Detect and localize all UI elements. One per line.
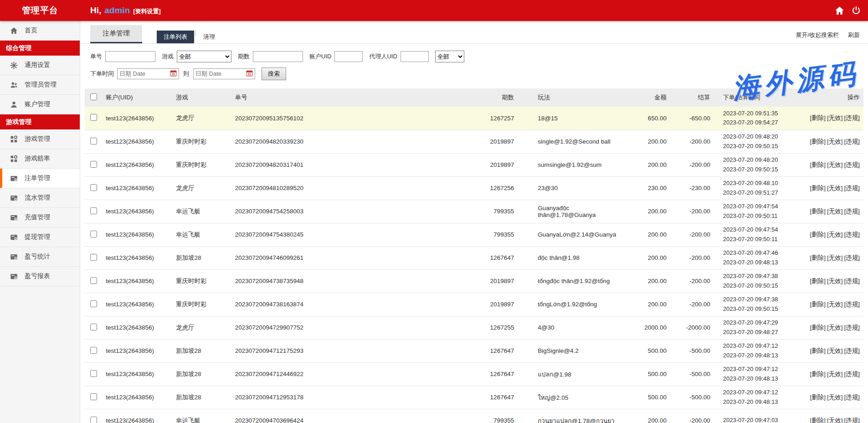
game-select[interactable]: 全部 <box>177 51 231 62</box>
profile-settings-link[interactable]: [资料设置] <box>133 7 161 15</box>
row-checkbox[interactable] <box>90 207 97 214</box>
tab-cleanup[interactable]: 清理 <box>196 31 222 43</box>
row-checkbox[interactable] <box>90 114 97 121</box>
violation-action-link[interactable]: [违规] <box>844 394 860 401</box>
delete-action-link[interactable]: [删除] <box>810 324 826 331</box>
status-select[interactable]: 全部 <box>435 51 464 62</box>
invalid-action-link[interactable]: [无效] <box>827 394 843 401</box>
delete-action-link[interactable]: [删除] <box>810 301 826 308</box>
agent-uid-input[interactable] <box>401 51 429 62</box>
sidebar-item-账户管理[interactable]: 账户管理 <box>0 95 80 114</box>
invalid-action-link[interactable]: [无效] <box>827 114 843 121</box>
date-to-placeholder: 日期 Date <box>195 70 221 78</box>
search-button[interactable]: 搜索 <box>262 67 286 80</box>
invalid-action-link[interactable]: [无效] <box>827 161 843 168</box>
violation-action-link[interactable]: [违规] <box>844 254 860 261</box>
row-checkbox[interactable] <box>90 161 97 168</box>
refresh-link[interactable]: 刷新 <box>848 31 860 39</box>
order-no-input[interactable] <box>105 51 155 62</box>
row-checkbox[interactable] <box>90 254 97 261</box>
date-to-input[interactable]: 日期 Date 31 <box>193 68 255 79</box>
invalid-action-link[interactable]: [无效] <box>827 371 843 377</box>
delete-action-link[interactable]: [删除] <box>810 278 826 284</box>
violation-action-link[interactable]: [违规] <box>844 208 860 215</box>
row-checkbox[interactable] <box>90 277 97 284</box>
violation-action-link[interactable]: [违规] <box>844 324 860 331</box>
cell-account: test123(2643856) <box>106 293 176 316</box>
sidebar-item-游戏赔率[interactable]: 游戏赔率 <box>0 149 80 169</box>
sidebar-item-注单管理[interactable]: 注单管理 <box>0 169 80 188</box>
logout-power-icon[interactable] <box>852 6 861 15</box>
invalid-action-link[interactable]: [无效] <box>827 324 843 331</box>
admins-icon <box>10 81 18 89</box>
delete-action-link[interactable]: [删除] <box>810 254 826 261</box>
delete-action-link[interactable]: [删除] <box>810 114 826 121</box>
delete-action-link[interactable]: [删除] <box>810 208 826 215</box>
toggle-search-bar-link[interactable]: 展开/收起搜索栏 <box>796 31 839 39</box>
sidebar-item-管理员管理[interactable]: 管理员管理 <box>0 75 80 95</box>
order-time: 2023-07-20 09:47:38 <box>723 295 796 304</box>
row-checkbox[interactable] <box>90 324 97 330</box>
sidebar-item-label: 流水管理 <box>25 194 50 202</box>
account-uid-input[interactable] <box>334 51 363 62</box>
invalid-action-link[interactable]: [无效] <box>827 347 843 354</box>
invalid-action-link[interactable]: [无效] <box>827 231 843 238</box>
invalid-action-link[interactable]: [无效] <box>827 208 843 215</box>
violation-action-link[interactable]: [违规] <box>844 114 860 121</box>
invalid-action-link[interactable]: [无效] <box>827 185 843 191</box>
row-checkbox[interactable] <box>90 393 97 400</box>
violation-action-link[interactable]: [违规] <box>844 161 860 168</box>
greeting-prefix: Hi, <box>90 5 101 15</box>
violation-action-link[interactable]: [违规] <box>844 301 860 308</box>
delete-action-link[interactable]: [删除] <box>810 231 826 238</box>
violation-action-link[interactable]: [违规] <box>844 138 860 145</box>
violation-action-link[interactable]: [违规] <box>844 371 860 377</box>
cell-period: 1267647 <box>473 339 518 362</box>
select-all-checkbox[interactable] <box>90 93 97 100</box>
delete-action-link[interactable]: [删除] <box>810 161 826 168</box>
violation-action-link[interactable]: [违规] <box>844 185 860 191</box>
tab-order-management[interactable]: 注单管理 <box>90 25 142 43</box>
invalid-action-link[interactable]: [无效] <box>827 138 843 145</box>
row-checkbox[interactable] <box>90 417 97 423</box>
row-checkbox[interactable] <box>90 370 97 377</box>
invalid-action-link[interactable]: [无效] <box>827 417 843 423</box>
cell-order-no: 20230720094712446922 <box>235 362 473 386</box>
sidebar-item-盈亏统计[interactable]: 盈亏统计 <box>0 247 80 267</box>
delete-action-link[interactable]: [删除] <box>810 138 826 145</box>
violation-action-link[interactable]: [违规] <box>844 278 860 284</box>
delete-action-link[interactable]: [删除] <box>810 347 826 354</box>
invalid-action-link[interactable]: [无效] <box>827 278 843 284</box>
row-checkbox[interactable] <box>90 300 97 307</box>
settle-time: 2023-07-20 09:48:13 <box>723 374 796 383</box>
sidebar-item-充值管理[interactable]: 充值管理 <box>0 208 80 227</box>
invalid-action-link[interactable]: [无效] <box>827 254 843 261</box>
sidebar-item-流水管理[interactable]: 流水管理 <box>0 188 80 208</box>
delete-action-link[interactable]: [删除] <box>810 185 826 191</box>
delete-action-link[interactable]: [删除] <box>810 394 826 401</box>
tab-order-list[interactable]: 注单列表 <box>157 31 194 43</box>
sidebar-item-通用设置[interactable]: 通用设置 <box>0 56 80 75</box>
violation-action-link[interactable]: [违规] <box>844 417 860 423</box>
calendar-icon[interactable]: 31 <box>170 70 177 78</box>
sidebar-item-游戏管理[interactable]: 游戏管理 <box>0 129 80 149</box>
row-checkbox[interactable] <box>90 347 97 354</box>
row-checkbox[interactable] <box>90 138 97 144</box>
period-input[interactable] <box>253 51 303 62</box>
violation-action-link[interactable]: [违规] <box>844 347 860 354</box>
sidebar-item-首页[interactable]: 首页 <box>0 21 80 41</box>
sidebar-item-提现管理[interactable]: 提现管理 <box>0 227 80 247</box>
row-checkbox[interactable] <box>90 184 97 191</box>
violation-action-link[interactable]: [违规] <box>844 231 860 238</box>
sidebar-item-盈亏报表[interactable]: 盈亏报表 <box>0 267 80 286</box>
cell-period: 1267647 <box>473 362 518 386</box>
date-from-input[interactable]: 日期 Date 31 <box>117 68 179 79</box>
invalid-action-link[interactable]: [无效] <box>827 301 843 308</box>
calendar-icon[interactable]: 31 <box>246 70 253 78</box>
home-icon[interactable] <box>835 6 844 15</box>
delete-action-link[interactable]: [删除] <box>810 417 826 423</box>
delete-action-link[interactable]: [删除] <box>810 371 826 377</box>
cell-game: 新加坡28 <box>176 339 235 362</box>
cell-order-no: 20230720094820317401 <box>235 153 473 176</box>
row-checkbox[interactable] <box>90 231 97 237</box>
